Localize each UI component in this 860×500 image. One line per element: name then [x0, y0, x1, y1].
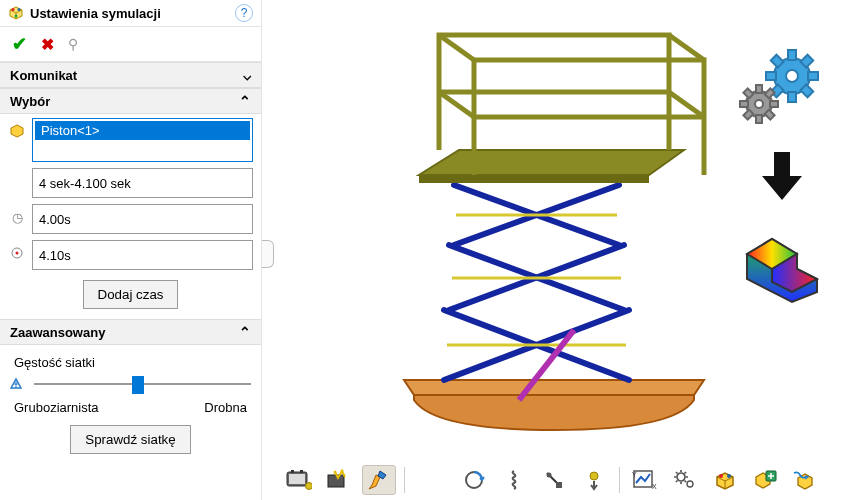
adv-body: Gęstość siatki Gruboziarnista Drobna Spr… [0, 345, 261, 460]
splitter-handle[interactable] [262, 240, 274, 268]
end-clock-icon [8, 244, 26, 262]
svg-point-55 [590, 472, 598, 480]
results-plot-button[interactable]: YX [628, 465, 662, 495]
svg-line-18 [669, 35, 704, 60]
section-label: Wybór [10, 94, 50, 109]
svg-rect-35 [756, 115, 762, 123]
svg-line-22 [669, 92, 704, 117]
cancel-icon[interactable]: ✖ [41, 35, 54, 54]
check-mesh-button[interactable]: Sprawdź siatkę [70, 425, 190, 454]
wybor-body: Piston<1> 4 sek-4.100 sek ◷ 4.00s 4.10s … [0, 114, 261, 319]
svg-marker-16 [419, 175, 649, 183]
panel-header: Ustawienia symulacji ? [0, 0, 261, 27]
svg-point-32 [786, 70, 798, 82]
svg-line-64 [676, 472, 678, 474]
svg-text:Y: Y [632, 471, 637, 478]
svg-point-59 [677, 473, 685, 481]
workflow-column [722, 48, 842, 322]
confirm-row: ✔ ✖ ⚲ [0, 27, 261, 62]
svg-rect-45 [291, 470, 294, 473]
selection-list[interactable]: Piston<1> [32, 118, 253, 162]
svg-point-47 [306, 483, 313, 490]
result-cube-button[interactable] [708, 465, 742, 495]
mesh-density-slider[interactable] [34, 374, 251, 394]
svg-marker-15 [419, 150, 684, 175]
start-time-field[interactable]: 4.00s [32, 204, 253, 234]
spacer [8, 172, 26, 190]
help-icon[interactable]: ? [235, 4, 253, 22]
panel-title: Ustawienia symulacji [30, 6, 229, 21]
svg-line-65 [685, 481, 687, 483]
svg-point-69 [719, 474, 723, 478]
section-label: Zaawansowany [10, 325, 105, 340]
simulation-cube-icon [722, 224, 842, 304]
spring-button[interactable] [497, 465, 531, 495]
add-time-button[interactable]: Dodaj czas [83, 280, 179, 309]
gears-icon [722, 48, 842, 128]
section-zaawansowany[interactable]: Zaawansowany ⌃ [0, 319, 261, 345]
svg-rect-39 [743, 110, 753, 120]
flow-results-button[interactable] [788, 465, 822, 495]
svg-point-68 [687, 481, 693, 487]
svg-line-67 [685, 472, 687, 474]
end-time-field[interactable]: 4.10s [32, 240, 253, 270]
import-results-button[interactable] [748, 465, 782, 495]
svg-rect-46 [300, 470, 303, 473]
section-wybor[interactable]: Wybór ⌃ [0, 88, 261, 114]
svg-rect-54 [556, 482, 562, 488]
fine-label: Drobna [204, 400, 247, 415]
svg-point-0 [12, 8, 15, 11]
mesh-icon [10, 376, 26, 393]
pin-icon[interactable]: ⚲ [68, 36, 78, 52]
svg-point-1 [18, 8, 21, 11]
svg-point-2 [15, 15, 18, 18]
contact-button[interactable] [537, 465, 571, 495]
svg-point-50 [341, 470, 344, 473]
time-range-field[interactable]: 4 sek-4.100 sek [32, 168, 253, 198]
sim-setup-button[interactable] [362, 465, 396, 495]
chevron-down-icon: ⌵ [243, 67, 251, 83]
svg-point-70 [727, 474, 731, 478]
svg-text:X: X [652, 483, 657, 490]
simulation-settings-icon [8, 5, 24, 21]
svg-rect-25 [788, 92, 796, 102]
svg-rect-48 [328, 475, 344, 487]
arrow-down-icon [722, 146, 842, 206]
settings-button[interactable] [668, 465, 702, 495]
motor-button[interactable] [457, 465, 491, 495]
selection-item[interactable]: Piston<1> [35, 121, 250, 140]
motion-study-button[interactable] [282, 465, 316, 495]
section-komunikat[interactable]: Komunikat ⌵ [0, 62, 261, 88]
animation-wizard-button[interactable] [322, 465, 356, 495]
svg-point-42 [755, 100, 763, 108]
component-icon [8, 122, 26, 140]
svg-rect-41 [765, 110, 775, 120]
motion-toolbar: YX [274, 460, 860, 500]
section-label: Komunikat [10, 68, 77, 83]
svg-rect-44 [289, 474, 305, 484]
svg-rect-37 [770, 101, 778, 107]
gravity-button[interactable] [577, 465, 611, 495]
svg-rect-40 [743, 88, 753, 98]
ok-icon[interactable]: ✔ [12, 33, 27, 55]
chevron-up-icon: ⌃ [239, 93, 251, 109]
svg-rect-36 [740, 101, 748, 107]
clock-icon: ◷ [8, 208, 26, 226]
svg-rect-24 [788, 50, 796, 60]
svg-line-66 [676, 481, 678, 483]
svg-point-49 [334, 471, 337, 474]
svg-point-4 [16, 252, 19, 255]
coarse-label: Gruboziarnista [14, 400, 99, 415]
mesh-density-label: Gęstość siatki [14, 355, 251, 370]
svg-rect-26 [766, 72, 776, 80]
svg-rect-38 [765, 88, 775, 98]
svg-rect-34 [756, 85, 762, 93]
property-panel: Ustawienia symulacji ? ✔ ✖ ⚲ Komunikat ⌵… [0, 0, 262, 500]
svg-line-17 [439, 35, 474, 60]
chevron-up-icon: ⌃ [239, 324, 251, 340]
svg-rect-27 [808, 72, 818, 80]
svg-point-53 [547, 473, 552, 478]
svg-line-21 [439, 92, 474, 117]
